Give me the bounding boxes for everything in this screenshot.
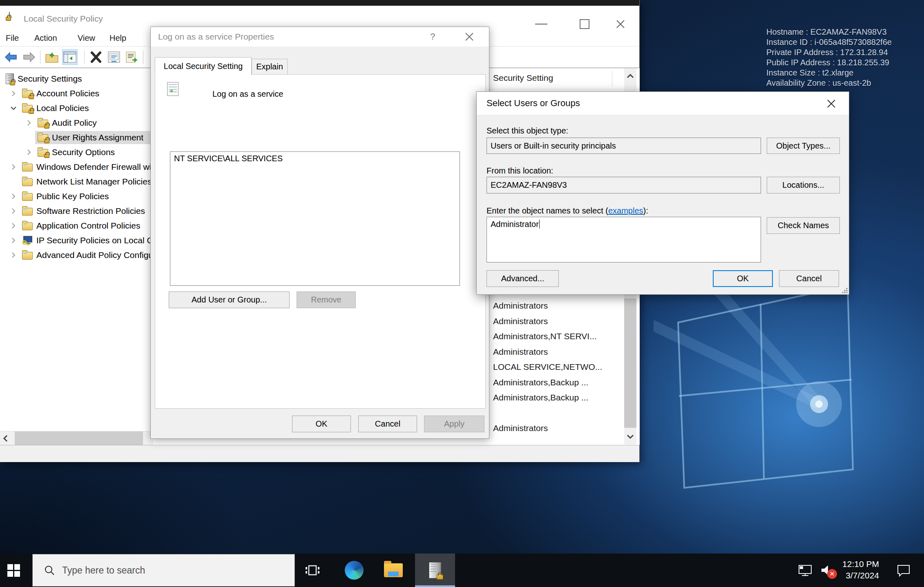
list-item[interactable]: Administrators [493, 347, 548, 362]
list-item[interactable]: Administrators,Backup ... [493, 378, 588, 393]
tree-item-public-key-policies[interactable]: Public Key Policies [0, 189, 153, 204]
cancel-button[interactable]: Cancel [358, 416, 417, 432]
folder-lock-icon [38, 134, 48, 142]
up-one-level-icon[interactable] [44, 49, 60, 65]
minimize-icon[interactable] [535, 24, 547, 24]
ok-button[interactable]: OK [292, 416, 351, 432]
search-input[interactable] [62, 565, 266, 576]
menu-help[interactable]: Help [109, 33, 126, 43]
taskbar-clock[interactable]: 12:10 PM 3/7/2024 [832, 558, 879, 581]
export-list-icon[interactable] [124, 49, 140, 65]
forward-icon[interactable] [21, 49, 37, 65]
ok-button[interactable]: OK [713, 270, 773, 287]
properties-icon[interactable] [106, 49, 122, 65]
list-item[interactable]: Administrators [493, 301, 548, 316]
active-app-indicator [415, 585, 455, 587]
chevron-right-icon[interactable] [7, 193, 20, 200]
tree-horizontal-scrollbar[interactable] [0, 431, 153, 445]
chevron-right-icon[interactable] [23, 149, 35, 156]
close-icon[interactable] [615, 19, 626, 29]
folder-icon [22, 208, 33, 216]
advanced-button[interactable]: Advanced... [487, 270, 559, 287]
file-explorer-icon[interactable] [379, 554, 408, 587]
remove-button: Remove [297, 291, 356, 308]
tree-item-software-restriction-policies[interactable]: Software Restriction Policies [0, 204, 153, 218]
list-item[interactable]: Administrators [493, 316, 548, 331]
from-location-field[interactable]: EC2AMAZ-FAN98V3 [487, 177, 761, 193]
console-tree: Security Settings Account Policies Local… [0, 68, 153, 431]
network-icon[interactable] [795, 554, 816, 587]
column-security-setting[interactable]: Security Setting [493, 73, 553, 83]
assigned-members-list[interactable]: NT SERVICE\ALL SERVICES [170, 151, 460, 286]
chevron-right-icon[interactable] [7, 237, 20, 244]
start-button[interactable] [0, 554, 27, 587]
chevron-right-icon[interactable] [7, 163, 20, 171]
chevron-right-icon[interactable] [7, 222, 20, 229]
search-icon [44, 565, 55, 576]
show-console-tree-icon[interactable] [62, 49, 78, 65]
object-names-input[interactable]: Administrator [487, 217, 761, 262]
check-names-button[interactable]: Check Names [767, 217, 840, 234]
tree-item-security-settings[interactable]: Security Settings [0, 71, 153, 86]
tree-item-user-rights-assignment[interactable]: User Rights Assignment [0, 130, 153, 145]
chevron-right-icon[interactable] [7, 90, 20, 97]
from-location-label: From this location: [487, 166, 553, 176]
list-item[interactable]: Administrators,Backup ... [493, 393, 588, 408]
object-type-label: Select this object type: [487, 126, 568, 136]
scrollbar-thumb[interactable] [15, 431, 143, 445]
resize-grip[interactable] [842, 287, 848, 293]
cancel-button[interactable]: Cancel [779, 270, 839, 287]
scroll-up-icon[interactable] [624, 68, 636, 84]
tree-item-account-policies[interactable]: Account Policies [0, 86, 153, 101]
dialog-title-bar[interactable]: Log on as a service Properties ? [151, 27, 489, 47]
list-item[interactable]: Administrators,NT SERVI... [493, 331, 597, 347]
taskbar-search[interactable] [32, 554, 295, 587]
tab-explain[interactable]: Explain [252, 59, 288, 75]
menu-action[interactable]: Action [34, 33, 57, 43]
chevron-right-icon[interactable] [23, 119, 35, 127]
maximize-icon[interactable] [580, 19, 589, 29]
edge-icon[interactable] [340, 554, 368, 587]
locations-button[interactable]: Locations... [767, 177, 840, 193]
clock-time: 12:10 PM [832, 558, 879, 570]
menu-view[interactable]: View [78, 33, 95, 43]
info-instance-id: Instance ID : i-065a48f5730882f6e [766, 37, 892, 47]
scroll-left-icon[interactable] [2, 434, 8, 444]
tree-item-audit-policy[interactable]: Audit Policy [0, 116, 153, 130]
add-user-or-group-button[interactable]: Add User or Group... [169, 291, 290, 308]
object-type-field[interactable]: Users or Built-in security principals [487, 138, 761, 154]
scroll-down-icon[interactable] [624, 429, 636, 445]
close-icon[interactable] [464, 32, 474, 42]
member-item[interactable]: NT SERVICE\ALL SERVICES [174, 154, 456, 163]
tree-item-ip-security-policies[interactable]: IP Security Policies on Local Computer [0, 233, 153, 248]
column-divider[interactable] [612, 71, 612, 87]
tab-local-security-setting[interactable]: Local Security Setting [155, 57, 252, 75]
object-types-button[interactable]: Object Types... [767, 138, 840, 154]
menu-file[interactable]: File [6, 33, 19, 43]
tree-item-application-control-policies[interactable]: Application Control Policies [0, 218, 153, 233]
examples-link[interactable]: examples [608, 206, 643, 215]
help-icon[interactable]: ? [430, 27, 435, 47]
info-public-ip: Public IP Address : 18.218.255.39 [766, 58, 892, 68]
local-security-setting-page: Log on as a service NT SERVICE\ALL SERVI… [155, 74, 486, 409]
scrollbar-thumb[interactable] [624, 298, 636, 428]
tree-item-local-policies[interactable]: Local Policies [0, 101, 153, 116]
tree-item-windows-defender-firewall[interactable]: Windows Defender Firewall with Advanced … [0, 160, 153, 174]
list-item[interactable]: Administrators [493, 423, 548, 438]
chevron-right-icon[interactable] [7, 207, 20, 215]
status-bar [0, 445, 639, 462]
action-center-icon[interactable] [892, 554, 915, 587]
delete-icon[interactable] [88, 49, 104, 65]
local-security-policy-taskbar-button[interactable] [415, 554, 455, 587]
close-icon[interactable] [826, 98, 837, 109]
list-item[interactable]: LOCAL SERVICE,NETWO... [493, 362, 602, 377]
back-icon[interactable] [3, 49, 19, 65]
task-view-icon[interactable] [298, 554, 327, 587]
policy-name: Log on as a service [212, 89, 283, 99]
dialog-title-bar[interactable]: Select Users or Groups [477, 92, 849, 115]
tree-item-network-list-manager[interactable]: Network List Manager Policies [0, 174, 153, 189]
tree-item-security-options[interactable]: Security Options [0, 145, 153, 160]
chevron-right-icon[interactable] [7, 251, 20, 259]
chevron-down-icon[interactable] [7, 105, 20, 112]
tree-item-advanced-audit-policy[interactable]: Advanced Audit Policy Configuration [0, 248, 153, 262]
